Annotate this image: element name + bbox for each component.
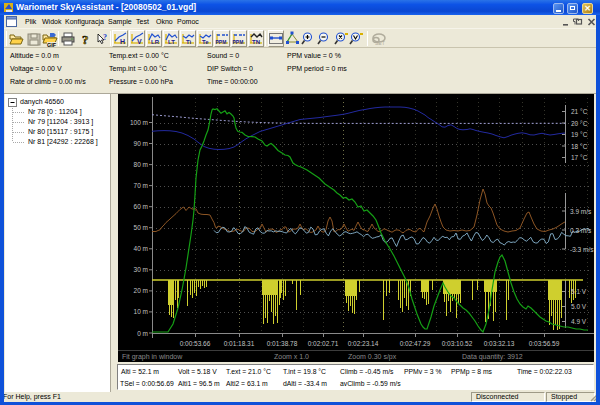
svg-text:Zoom x 1.0: Zoom x 1.0 bbox=[274, 353, 309, 360]
svg-text:80 m: 80 m bbox=[134, 161, 148, 168]
svg-text:17 °C: 17 °C bbox=[571, 154, 588, 161]
svg-text:0:01:38.78: 0:01:38.78 bbox=[267, 340, 298, 347]
svg-text:21 °C: 21 °C bbox=[571, 108, 588, 115]
svg-text:40 m: 40 m bbox=[134, 245, 148, 252]
svg-text:Te: Te bbox=[202, 39, 209, 45]
svg-text:0:02:47.29: 0:02:47.29 bbox=[400, 340, 431, 347]
svg-text:20 °C: 20 °C bbox=[571, 120, 588, 127]
svg-text:PPM: PPM bbox=[216, 39, 227, 45]
svg-text:H: H bbox=[120, 38, 125, 45]
svg-text:4.9 V: 4.9 V bbox=[571, 318, 587, 325]
svg-text:3.9 m/s: 3.9 m/s bbox=[570, 208, 592, 215]
svg-text:?: ? bbox=[103, 33, 107, 42]
svg-text:5.1 V: 5.1 V bbox=[571, 288, 587, 295]
svg-text:0:03:32.13: 0:03:32.13 bbox=[484, 340, 515, 347]
svg-text:70 m: 70 m bbox=[134, 182, 148, 189]
svg-text:0:03:56.59: 0:03:56.59 bbox=[529, 340, 560, 347]
svg-text:?: ? bbox=[82, 32, 89, 47]
svg-text:SET: SET bbox=[375, 40, 385, 46]
svg-text:100 m: 100 m bbox=[130, 119, 148, 126]
svg-text:0:02:23.14: 0:02:23.14 bbox=[348, 340, 379, 347]
svg-text:-3.3 m/s: -3.3 m/s bbox=[570, 246, 594, 253]
svg-text:LT: LT bbox=[168, 39, 175, 45]
svg-text:18 °C: 18 °C bbox=[571, 143, 588, 150]
svg-text:PPM: PPM bbox=[233, 39, 244, 45]
svg-text:LR: LR bbox=[151, 39, 160, 45]
svg-text:TN: TN bbox=[252, 39, 260, 45]
svg-text:V: V bbox=[137, 38, 142, 45]
svg-text:50 m: 50 m bbox=[134, 224, 148, 231]
svg-text:Data quantity: 3912: Data quantity: 3912 bbox=[462, 353, 523, 361]
svg-text:Fit graph in window: Fit graph in window bbox=[122, 353, 183, 361]
svg-text:60 m: 60 m bbox=[134, 203, 148, 210]
svg-text:19 °C: 19 °C bbox=[571, 131, 588, 138]
svg-text:0 m: 0 m bbox=[137, 330, 148, 337]
svg-text:0.3 m/s: 0.3 m/s bbox=[570, 227, 592, 234]
svg-text:0:02:02.71: 0:02:02.71 bbox=[308, 340, 339, 347]
svg-text:30 m: 30 m bbox=[134, 266, 148, 273]
svg-text:GIF: GIF bbox=[47, 42, 57, 47]
svg-text:5.0 V: 5.0 V bbox=[571, 303, 587, 310]
svg-text:10 m: 10 m bbox=[134, 308, 148, 315]
svg-text:0:03:10.52: 0:03:10.52 bbox=[442, 340, 473, 347]
svg-text:Zoom 0.30 s/px: Zoom 0.30 s/px bbox=[348, 353, 397, 361]
svg-text:0:01:18.31: 0:01:18.31 bbox=[224, 340, 255, 347]
svg-text:90 m: 90 m bbox=[134, 140, 148, 147]
svg-text:0:00:53.66: 0:00:53.66 bbox=[180, 340, 211, 347]
svg-text:Ti: Ti bbox=[186, 39, 192, 45]
svg-text:20 m: 20 m bbox=[134, 287, 148, 294]
